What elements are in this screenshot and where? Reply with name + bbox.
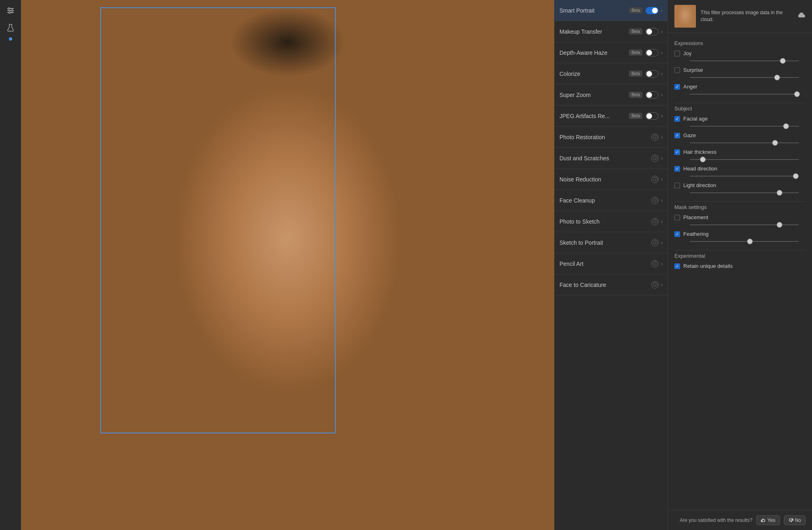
- filter-item-makeup-transfer[interactable]: Makeup Transfer Beta ›: [555, 21, 667, 42]
- active-dot-indicator: [9, 37, 12, 41]
- toggle-colorize[interactable]: [646, 70, 659, 78]
- toggle-super-zoom[interactable]: [646, 91, 659, 99]
- filter-label-smart-portrait: Smart Portrait: [559, 7, 629, 14]
- filter-item-photo-restoration[interactable]: Photo Restoration ⓘ ›: [555, 127, 667, 148]
- subject-section-title: Subject: [674, 106, 806, 112]
- retain-details-checkbox[interactable]: [674, 263, 680, 269]
- hair-thickness-slider-container: [674, 159, 806, 166]
- filter-item-pencil-art[interactable]: Pencil Art ⓘ ›: [555, 253, 667, 274]
- filter-item-noise-reduction[interactable]: Noise Reduction ⓘ ›: [555, 169, 667, 190]
- info-icon-noise-reduction[interactable]: ⓘ: [651, 176, 659, 183]
- placement-checkbox[interactable]: [674, 215, 680, 220]
- placement-slider-track[interactable]: [690, 224, 799, 225]
- filter-badge-makeup-transfer: Beta: [629, 28, 642, 34]
- light-direction-slider-thumb[interactable]: [777, 190, 782, 196]
- filter-item-super-zoom[interactable]: Super Zoom Beta ›: [555, 84, 667, 106]
- anger-slider-container: [674, 94, 806, 100]
- head-direction-slider-container: [674, 176, 806, 182]
- filter-panel: Smart Portrait Beta › Makeup Transfer Be…: [554, 0, 668, 530]
- divider-2: [674, 201, 806, 202]
- gaze-checkbox[interactable]: [674, 133, 680, 138]
- head-direction-slider-thumb[interactable]: [793, 173, 799, 179]
- anger-slider-track[interactable]: [690, 94, 799, 95]
- gaze-slider-thumb[interactable]: [772, 140, 778, 146]
- toggle-knob-3: [646, 50, 652, 56]
- info-icon-sketch-portrait[interactable]: ⓘ: [651, 239, 659, 246]
- joy-checkbox[interactable]: [674, 51, 680, 56]
- anger-control-row: Anger: [674, 84, 806, 90]
- facial-age-slider-thumb[interactable]: [783, 123, 789, 129]
- feathering-slider-track[interactable]: [690, 241, 799, 242]
- selection-box: [100, 7, 336, 433]
- toggle-jpeg-artifacts[interactable]: [646, 112, 659, 120]
- surprise-slider-container: [674, 77, 806, 84]
- gaze-label: Gaze: [683, 132, 806, 138]
- filter-label-jpeg-artifacts: JPEG Artifacts Re...: [559, 113, 629, 119]
- toggle-depth-aware-haze[interactable]: [646, 49, 659, 56]
- filter-badge-depth-aware-haze: Beta: [629, 50, 642, 56]
- filter-item-colorize[interactable]: Colorize Beta ›: [555, 63, 667, 84]
- head-direction-checkbox[interactable]: [674, 166, 680, 172]
- filter-label-dust-scratches: Dust and Scratches: [559, 155, 651, 162]
- thumbs-down-icon: [788, 518, 793, 523]
- retain-details-control-row: Retain unique details: [674, 263, 806, 269]
- hair-thickness-slider-track[interactable]: [690, 159, 799, 160]
- filter-label-depth-aware-haze: Depth-Aware Haze: [559, 50, 629, 56]
- placement-slider-thumb[interactable]: [777, 222, 782, 228]
- surprise-checkbox[interactable]: [674, 67, 680, 73]
- surprise-slider-track[interactable]: [690, 77, 799, 78]
- joy-slider-track[interactable]: [690, 60, 799, 61]
- filter-item-sketch-portrait[interactable]: Sketch to Portrait ⓘ ›: [555, 232, 667, 253]
- chevron-noise-reduction: ›: [661, 177, 663, 182]
- info-icon-photo-restoration[interactable]: ⓘ: [651, 134, 659, 141]
- feathering-slider-container: [674, 241, 806, 248]
- surprise-label: Surprise: [683, 67, 806, 73]
- filter-label-pencil-art: Pencil Art: [559, 261, 651, 267]
- yes-button[interactable]: Yes: [756, 515, 780, 525]
- filter-item-face-cleanup[interactable]: Face Cleanup ⓘ ›: [555, 190, 667, 211]
- no-button[interactable]: No: [784, 515, 806, 525]
- toggle-knob-6: [646, 113, 652, 119]
- feathering-slider-thumb[interactable]: [747, 239, 753, 244]
- thumbnail-preview: [674, 5, 696, 28]
- surprise-slider-thumb[interactable]: [774, 75, 780, 80]
- filter-item-photo-sketch[interactable]: Photo to Sketch ⓘ ›: [555, 211, 667, 232]
- anger-label: Anger: [683, 84, 806, 90]
- joy-slider-thumb[interactable]: [780, 58, 786, 64]
- light-direction-slider-track[interactable]: [690, 192, 799, 193]
- info-icon-photo-sketch[interactable]: ⓘ: [651, 218, 659, 225]
- feathering-label: Feathering: [683, 231, 806, 237]
- filter-item-jpeg-artifacts[interactable]: JPEG Artifacts Re... Beta ›: [555, 106, 667, 127]
- filter-label-makeup-transfer: Makeup Transfer: [559, 28, 629, 35]
- filter-badge-super-zoom: Beta: [629, 92, 642, 98]
- facial-age-slider-track[interactable]: [690, 126, 799, 127]
- filter-item-dust-scratches[interactable]: Dust and Scratches ⓘ ›: [555, 148, 667, 169]
- facial-age-checkbox[interactable]: [674, 116, 680, 122]
- anger-checkbox[interactable]: [674, 84, 680, 90]
- joy-label: Joy: [683, 50, 806, 56]
- toggle-makeup-transfer[interactable]: [646, 28, 659, 35]
- filter-item-face-caricature[interactable]: Face to Caricature ⓘ ›: [555, 274, 667, 295]
- gaze-slider-track[interactable]: [690, 142, 799, 143]
- filter-label-face-cleanup: Face Cleanup: [559, 197, 651, 204]
- filter-item-depth-aware-haze[interactable]: Depth-Aware Haze Beta ›: [555, 42, 667, 63]
- anger-slider-thumb[interactable]: [794, 91, 800, 97]
- placement-slider-container: [674, 224, 806, 231]
- hair-thickness-slider-thumb[interactable]: [700, 157, 706, 162]
- feathering-checkbox[interactable]: [674, 231, 680, 237]
- svg-rect-8: [792, 519, 793, 521]
- chevron-photo-restoration: ›: [661, 134, 663, 140]
- light-direction-checkbox[interactable]: [674, 183, 680, 188]
- head-direction-slider-track[interactable]: [690, 176, 799, 177]
- filter-panel-icon[interactable]: [3, 3, 18, 18]
- toggle-smart-portrait[interactable]: [646, 7, 659, 14]
- flask-icon[interactable]: [3, 20, 18, 35]
- info-icon-face-cleanup[interactable]: ⓘ: [651, 197, 659, 204]
- info-icon-face-caricature[interactable]: ⓘ: [651, 281, 659, 289]
- filter-item-smart-portrait[interactable]: Smart Portrait Beta ›: [555, 0, 667, 21]
- placement-control-row: Placement: [674, 214, 806, 220]
- hair-thickness-checkbox[interactable]: [674, 149, 680, 155]
- info-icon-pencil-art[interactable]: ⓘ: [651, 260, 659, 267]
- info-icon-dust-scratches[interactable]: ⓘ: [651, 155, 659, 162]
- filter-description: This filter processes image data in the …: [701, 9, 792, 23]
